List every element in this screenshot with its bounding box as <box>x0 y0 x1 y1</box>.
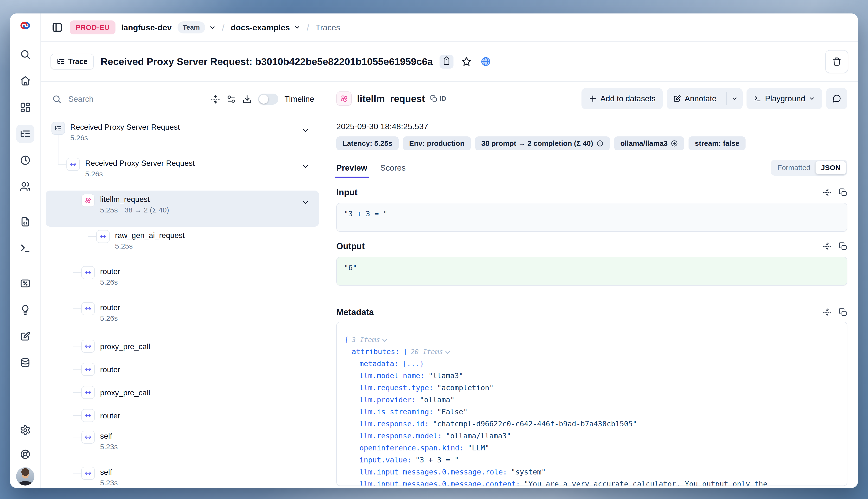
tree-item-duration: 5.25s <box>115 242 133 251</box>
environment-badge[interactable]: PROD-EU <box>70 21 115 34</box>
copy-icon[interactable] <box>839 308 847 317</box>
env-badge: Env: production <box>403 136 471 150</box>
trace-title-bar: Trace Received Proxy Server Request: b30… <box>41 42 858 82</box>
tree-item-span[interactable]: proxy_pre_call <box>46 381 319 404</box>
annotate-dropdown-button[interactable] <box>726 92 743 105</box>
public-link-button[interactable] <box>479 55 492 68</box>
tracing-tree-icon[interactable] <box>16 125 34 143</box>
tab-preview[interactable]: Preview <box>336 158 367 178</box>
detail-actions: Add to datasets Annotate <box>582 88 847 109</box>
tree-item-span[interactable]: router 5.26s <box>46 263 319 299</box>
dashboard-icon[interactable] <box>16 98 34 117</box>
annotation-pen-icon[interactable] <box>16 327 34 345</box>
user-avatar[interactable] <box>16 467 34 486</box>
delete-trace-button[interactable] <box>825 50 848 73</box>
collapse-section-icon[interactable] <box>823 242 831 251</box>
json-line: llm.is_streaming:"False" <box>344 406 839 418</box>
llm-judge-lightbulb-icon[interactable] <box>16 301 34 319</box>
span-arrows-icon <box>81 266 95 279</box>
span-arrows-icon <box>81 340 95 353</box>
tree-item-span[interactable]: router <box>46 358 319 381</box>
format-option-formatted[interactable]: Formatted <box>772 161 816 174</box>
comment-bubble-icon <box>832 94 841 103</box>
tag-button[interactable] <box>440 54 453 69</box>
json-line[interactable]: {3 Items <box>344 334 839 346</box>
search-input[interactable] <box>68 94 204 104</box>
copy-icon[interactable] <box>839 188 847 197</box>
json-line: llm.response.model:"ollama/llama3" <box>344 430 839 442</box>
tree-item-span[interactable]: raw_gen_ai_request 5.25s <box>46 227 319 263</box>
tab-scores[interactable]: Scores <box>380 158 406 178</box>
tree-item-label: Received Proxy Server Request <box>46 118 319 132</box>
app-logo-icon[interactable] <box>18 20 32 31</box>
tree-item-span[interactable]: self 5.23s <box>46 463 319 488</box>
datasets-database-icon[interactable] <box>16 354 34 372</box>
sidebar-toggle-icon[interactable] <box>50 21 64 34</box>
view-settings-icon[interactable] <box>227 94 236 104</box>
json-line[interactable]: metadata:{...} <box>344 358 839 370</box>
tree-item-span[interactable]: Received Proxy Server Request 5.26s <box>46 155 319 191</box>
span-arrows-icon <box>81 467 95 480</box>
json-line: llm.response.id:"chatcmpl-d96622c0-c642-… <box>344 418 839 430</box>
tree-item-generation-selected[interactable]: litellm_request 5.25s38 → 2 (Σ 40) <box>46 191 319 227</box>
tree-item-duration: 5.26s <box>70 134 88 142</box>
tree-item-span[interactable]: proxy_pre_call <box>46 335 319 358</box>
token-usage-badge[interactable]: 38 prompt → 2 completion (Σ 40) <box>475 136 610 150</box>
support-lifebuoy-icon[interactable] <box>16 445 34 463</box>
playground-terminal-icon[interactable] <box>16 239 34 257</box>
breadcrumb-project[interactable]: docs-examples <box>231 23 290 32</box>
format-option-json[interactable]: JSON <box>816 161 846 174</box>
chevron-down-icon[interactable] <box>302 199 309 206</box>
search-icon <box>52 94 62 104</box>
output-value: "6" <box>336 257 847 285</box>
comments-button[interactable] <box>826 88 847 109</box>
circle-plus-icon <box>671 140 678 147</box>
output-section-header: Output <box>336 241 847 252</box>
timeline-toggle[interactable] <box>258 94 278 105</box>
model-badge[interactable]: ollama/llama3 <box>614 136 684 150</box>
annotate-button[interactable]: Annotate <box>667 88 723 109</box>
prompts-file-icon[interactable] <box>16 213 34 231</box>
list-tree-icon <box>51 122 65 135</box>
input-value: "3 + 3 = " <box>336 203 847 232</box>
copy-id-button[interactable]: ID <box>430 95 446 102</box>
json-line[interactable]: attributes:{20 Items <box>344 346 839 358</box>
annotate-split-button: Annotate <box>667 88 743 109</box>
add-to-datasets-button[interactable]: Add to datasets <box>582 88 663 109</box>
evaluators-percent-icon[interactable] <box>16 274 34 293</box>
breadcrumb-separator: / <box>222 22 225 33</box>
users-icon[interactable] <box>16 178 34 196</box>
tag-icon <box>441 56 452 68</box>
observation-timestamp: 2025-09-30 18:48:25.537 <box>336 122 847 131</box>
copy-icon[interactable] <box>839 242 847 251</box>
stream-badge: stream: false <box>688 136 746 150</box>
tree-item-span[interactable]: router <box>46 404 319 427</box>
breadcrumb-org[interactable]: langfuse-dev <box>121 23 172 32</box>
collapse-section-icon[interactable] <box>823 308 831 317</box>
tree-item-span[interactable]: self 5.23s <box>46 427 319 463</box>
chevron-down-icon[interactable] <box>302 126 309 134</box>
chevron-down-icon[interactable] <box>294 24 301 31</box>
collapse-all-icon[interactable] <box>210 94 220 104</box>
search-icon[interactable] <box>16 45 34 63</box>
playground-button[interactable]: Playground <box>746 88 822 109</box>
json-line: llm.input_messages.0.message.content:"Yo… <box>344 478 839 486</box>
json-line: input.value:"3 + 3 = " <box>344 454 839 466</box>
download-icon[interactable] <box>242 94 252 104</box>
tree-item-trace-root[interactable]: Received Proxy Server Request 5.26s <box>46 118 319 155</box>
span-arrows-icon <box>81 431 95 444</box>
tree-item-span[interactable]: router 5.26s <box>46 299 319 335</box>
tree-item-duration: 5.23s <box>100 442 118 451</box>
bookmark-star-button[interactable] <box>460 55 473 68</box>
chevron-down-icon[interactable] <box>302 163 309 170</box>
sessions-clock-icon[interactable] <box>16 151 34 169</box>
tree-item-duration: 5.26s <box>100 314 118 322</box>
breadcrumb-section[interactable]: Traces <box>315 23 340 32</box>
tree-item-label: Received Proxy Server Request <box>46 155 319 168</box>
trash-icon <box>832 57 842 66</box>
settings-gear-icon[interactable] <box>16 421 34 439</box>
collapse-section-icon[interactable] <box>823 188 831 197</box>
chevron-down-icon[interactable] <box>209 24 216 31</box>
home-icon[interactable] <box>16 72 34 90</box>
json-line: llm.provider:"ollama" <box>344 394 839 406</box>
